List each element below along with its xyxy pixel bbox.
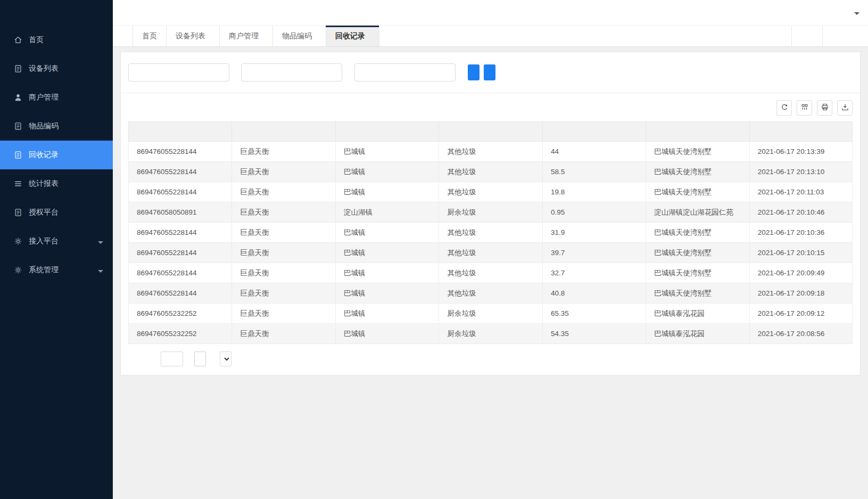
table-row[interactable]: 869476058050891 巨鼎天衡 淀山湖镇 厨余垃圾 0.95 淀山湖镇… — [129, 202, 853, 223]
tab[interactable]: 物品编码 — [273, 26, 326, 46]
table-row[interactable]: 869476055228144 巨鼎天衡 巴城镇 其他垃圾 19.8 巴城镇天使… — [129, 182, 853, 202]
cell-item-code: 其他垃圾 — [439, 243, 542, 263]
sidebar-item[interactable]: 设备列表 — [0, 54, 113, 83]
sidebar-item[interactable]: 首页 — [0, 26, 113, 54]
sidebar-item-label: 授权平台 — [29, 208, 59, 217]
print-button[interactable] — [817, 100, 832, 116]
sidebar-item-label: 统计报表 — [29, 179, 59, 189]
caret-down-icon — [98, 270, 103, 273]
cell-merchant: 巴城镇 — [335, 223, 439, 243]
table-row[interactable]: 869476055232252 巨鼎天衡 巴城镇 厨余垃圾 65.35 巴城镇泰… — [129, 304, 853, 324]
device-name-input[interactable] — [354, 63, 456, 81]
table-row[interactable]: 869476055228144 巨鼎天衡 巴城镇 其他垃圾 40.8 巴城镇天使… — [129, 283, 853, 304]
cell-merchant: 巴城镇 — [335, 283, 439, 304]
sidebar-item[interactable]: 系统管理 — [0, 256, 113, 284]
cell-recycle-time: 2021-06-17 20:13:39 — [749, 142, 852, 162]
column-header[interactable] — [542, 122, 646, 142]
date-range-input[interactable] — [128, 63, 229, 81]
sidebar-menu: 首页 设备列表 商户管理 物品编码 回收记录 统计报表 授权平台 接入平台 系统… — [0, 26, 113, 284]
column-header[interactable] — [335, 122, 439, 142]
sidebar-item[interactable]: 统计报表 — [0, 169, 113, 198]
records-card: 869476055228144 巨鼎天衡 巴城镇 其他垃圾 44 巴城镇天使湾别… — [120, 52, 861, 375]
download-icon — [841, 103, 849, 113]
cell-recycle-time: 2021-06-17 20:09:12 — [749, 304, 852, 324]
column-header[interactable] — [129, 122, 232, 142]
sidebar-item[interactable]: 回收记录 — [0, 141, 113, 169]
sidebar-item-label: 首页 — [29, 35, 44, 45]
table-header-row — [129, 122, 853, 142]
records-table: 869476055228144 巨鼎天衡 巴城镇 其他垃圾 44 巴城镇天使湾别… — [128, 121, 853, 344]
goto-page-input[interactable] — [161, 351, 183, 366]
sidebar-item-label: 回收记录 — [29, 150, 59, 160]
tab-label: 物品编码 — [282, 31, 312, 41]
cell-merchant: 巴城镇 — [335, 182, 439, 202]
cell-device-no: 869476058050891 — [129, 202, 232, 223]
sidebar-item[interactable]: 商户管理 — [0, 83, 113, 112]
column-header[interactable] — [439, 122, 542, 142]
cell-weight: 19.8 — [542, 182, 646, 202]
cell-address: 巴城镇天使湾别墅 — [646, 283, 749, 304]
table-row[interactable]: 869476055228144 巨鼎天衡 巴城镇 其他垃圾 39.7 巴城镇天使… — [129, 243, 853, 263]
column-header[interactable] — [646, 122, 749, 142]
cell-merchant: 巴城镇 — [335, 324, 439, 344]
doc-icon — [13, 150, 23, 160]
table-row[interactable]: 869476055228144 巨鼎天衡 巴城镇 其他垃圾 31.9 巴城镇天使… — [129, 223, 853, 243]
column-header[interactable] — [749, 122, 852, 142]
cell-weight: 54.35 — [542, 324, 646, 344]
add-button[interactable] — [484, 64, 495, 80]
tab[interactable]: 设备列表 — [167, 26, 220, 46]
cell-recycle-time: 2021-06-17 20:10:46 — [749, 202, 852, 223]
tabs-scroll-right-button[interactable] — [791, 26, 822, 46]
columns-button[interactable] — [797, 100, 812, 116]
cell-recycle-time: 2021-06-17 20:08:56 — [749, 324, 852, 344]
tabs-scroll-left-button[interactable] — [113, 26, 133, 46]
user-icon — [13, 93, 23, 102]
cell-device-name: 巨鼎天衡 — [232, 283, 335, 304]
tab-label: 商户管理 — [229, 31, 259, 41]
device-no-input[interactable] — [241, 63, 342, 81]
cell-device-no: 869476055232252 — [129, 304, 232, 324]
cell-device-name: 巨鼎天衡 — [232, 243, 335, 263]
tabbar: 首页 设备列表 商户管理 物品编码 回收记录 — [113, 26, 868, 47]
page-content: 869476055228144 巨鼎天衡 巴城镇 其他垃圾 44 巴城镇天使湾别… — [113, 47, 868, 499]
main-area: 首页 设备列表 商户管理 物品编码 回收记录 — [113, 0, 868, 499]
table-toolbar — [128, 98, 853, 121]
cell-device-name: 巨鼎天衡 — [232, 162, 335, 182]
cell-address: 巴城镇泰泓花园 — [646, 324, 749, 344]
cell-weight: 39.7 — [542, 243, 646, 263]
cell-device-no: 869476055232252 — [129, 324, 232, 344]
cell-recycle-time: 2021-06-17 20:10:15 — [749, 243, 852, 263]
table-row[interactable]: 869476055228144 巨鼎天衡 巴城镇 其他垃圾 44 巴城镇天使湾别… — [129, 142, 853, 162]
cell-device-no: 869476055228144 — [129, 182, 232, 202]
cell-merchant: 巴城镇 — [335, 304, 439, 324]
sidebar-item[interactable]: 物品编码 — [0, 112, 113, 141]
sidebar-item[interactable]: 授权平台 — [0, 198, 113, 227]
table-row[interactable]: 869476055232252 巨鼎天衡 巴城镇 厨余垃圾 54.35 巴城镇泰… — [129, 324, 853, 344]
open-tabs: 首页 设备列表 商户管理 物品编码 回收记录 — [133, 26, 379, 46]
cell-device-no: 869476055228144 — [129, 162, 232, 182]
cell-recycle-time: 2021-06-17 20:10:36 — [749, 223, 852, 243]
tab[interactable]: 首页 — [133, 26, 167, 46]
tabs-menu-button[interactable] — [822, 26, 868, 46]
gear-icon — [13, 265, 23, 275]
table-row[interactable]: 869476055228144 巨鼎天衡 巴城镇 其他垃圾 32.7 巴城镇天使… — [129, 263, 853, 283]
app-window: 首页 设备列表 商户管理 物品编码 回收记录 统计报表 授权平台 接入平台 系统… — [0, 0, 868, 499]
tab[interactable]: 商户管理 — [220, 26, 273, 46]
cell-weight: 58.5 — [542, 162, 646, 182]
sidebar-item[interactable]: 接入平台 — [0, 227, 113, 256]
sidebar-item-label: 接入平台 — [29, 236, 59, 246]
table-row[interactable]: 869476055228144 巨鼎天衡 巴城镇 其他垃圾 58.5 巴城镇天使… — [129, 162, 853, 182]
user-menu[interactable] — [849, 11, 859, 14]
download-button[interactable] — [837, 100, 853, 116]
goto-confirm-button[interactable] — [194, 351, 206, 366]
query-button[interactable] — [468, 64, 480, 80]
refresh-button[interactable] — [776, 100, 792, 116]
sidebar-toggle-button[interactable] — [127, 7, 139, 19]
cell-device-no: 869476055228144 — [129, 223, 232, 243]
column-header[interactable] — [232, 122, 335, 142]
refresh-icon — [780, 103, 789, 113]
page-size-select[interactable] — [220, 351, 232, 366]
cell-weight: 65.35 — [542, 304, 646, 324]
tab[interactable]: 回收记录 — [326, 26, 379, 46]
cell-address: 巴城镇天使湾别墅 — [646, 142, 749, 162]
